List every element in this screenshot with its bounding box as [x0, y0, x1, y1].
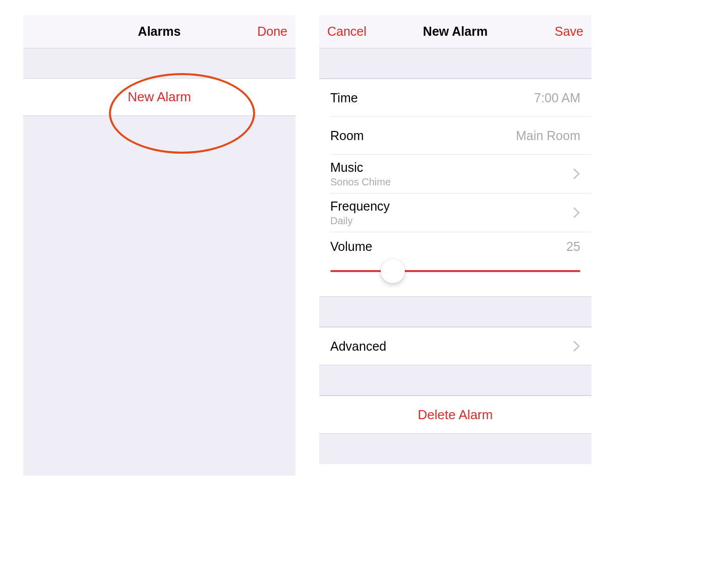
advanced-row[interactable]: Advanced — [319, 328, 591, 365]
new-alarm-label: New Alarm — [128, 89, 191, 105]
new-alarm-screen: Cancel New Alarm Save Time 7:00 AM Room … — [319, 15, 591, 464]
row-label: Advanced — [330, 339, 386, 354]
slider-thumb[interactable] — [381, 259, 405, 283]
row-label: Room — [330, 128, 364, 143]
navbar: Cancel New Alarm Save — [319, 15, 591, 48]
save-button[interactable]: Save — [555, 24, 583, 39]
chevron-right-icon — [573, 341, 580, 352]
advanced-group: Advanced — [319, 327, 591, 365]
frequency-row[interactable]: Frequency Daily — [319, 193, 591, 232]
music-row[interactable]: Music Sonos Chime — [319, 155, 591, 193]
delete-alarm-label: Delete Alarm — [418, 407, 493, 423]
section-gap — [319, 48, 591, 79]
row-label: Music — [330, 160, 391, 175]
chevron-right-icon — [573, 168, 580, 179]
settings-group: Time 7:00 AM Room Main Room Music Sonos … — [319, 79, 591, 297]
page-title: Alarms — [138, 24, 181, 39]
row-sublabel: Daily — [330, 215, 390, 227]
navbar: Alarms Done — [23, 15, 295, 48]
volume-value: 25 — [566, 239, 580, 254]
done-button[interactable]: Done — [257, 24, 287, 39]
row-label: Time — [330, 91, 358, 105]
room-row[interactable]: Room Main Room — [319, 117, 591, 154]
row-text-stack: Music Sonos Chime — [330, 160, 391, 188]
volume-row: Volume 25 — [319, 232, 591, 296]
alarms-screen: Alarms Done New Alarm — [23, 15, 295, 476]
chevron-right-icon — [573, 207, 580, 218]
new-alarm-row[interactable]: New Alarm — [23, 79, 295, 116]
section-gap — [23, 48, 295, 79]
row-label: Frequency — [330, 199, 390, 214]
delete-group: Delete Alarm — [319, 396, 591, 434]
row-value: 7:00 AM — [534, 91, 580, 105]
slider-track — [330, 270, 580, 272]
cancel-button[interactable]: Cancel — [327, 24, 367, 39]
page-title: New Alarm — [423, 24, 488, 39]
time-row[interactable]: Time 7:00 AM — [319, 79, 591, 116]
volume-slider[interactable] — [330, 259, 580, 283]
row-label: Volume — [330, 239, 372, 254]
row-text-stack: Frequency Daily — [330, 199, 390, 227]
volume-header: Volume 25 — [330, 239, 580, 254]
delete-alarm-row[interactable]: Delete Alarm — [319, 396, 591, 433]
row-sublabel: Sonos Chime — [330, 176, 391, 188]
section-gap — [319, 365, 591, 396]
row-value: Main Room — [516, 128, 580, 143]
section-gap — [319, 297, 591, 327]
